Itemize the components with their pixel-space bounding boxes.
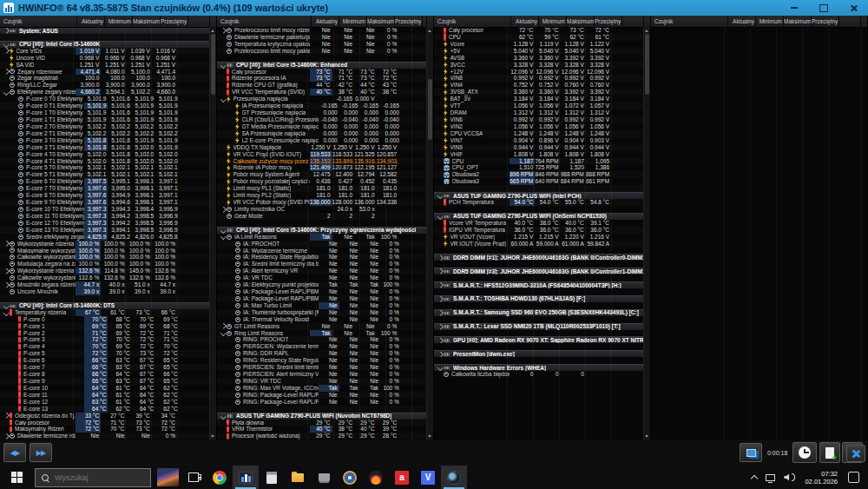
expand-icon[interactable] (3, 413, 10, 418)
sensor-row[interactable]: E-core 10 T0 Efektywny ...3,997.3 ...3,9… (0, 206, 210, 213)
scroll-up-arrow[interactable] (645, 30, 648, 32)
sensor-row[interactable]: Pobór mocy System Agent12.475 W12.400 W1… (217, 171, 427, 178)
sensor-row[interactable]: Cały procesor72 °C70 °C73 °C72 °C (434, 27, 644, 34)
expand-icon[interactable] (3, 241, 10, 246)
sensor-row[interactable]: PIERŚCIEŃ: Średni limit termiczny...NieN… (217, 364, 427, 371)
sensor-row[interactable]: E-core 1263 °C61 °C64 °C62 °C (0, 399, 210, 406)
sensor-row[interactable]: P-core 3 T0 Efektywny z...5,101.8 ...5,1… (0, 137, 210, 144)
sensor-row[interactable]: CPU VCCSA1.248 V1.248 V1.248 V1.248 V (434, 130, 644, 137)
sensor-row[interactable]: Obudowa3665 RPM640 RPM684 RPM661 RPM (434, 178, 644, 185)
sensor-row[interactable]: Vcore1.128 V1.119 V1.128 V1.122 V (434, 41, 644, 48)
expand-icon[interactable] (3, 49, 10, 53)
sensor-row[interactable]: P-core 2 T0 Efektywny z...5,102.2 ...5,1… (0, 123, 210, 130)
column-header-1[interactable]: Aktualny (511, 16, 539, 27)
sensor-row[interactable]: IA: Elektryczny punkt projektowy/...TakT… (217, 281, 427, 288)
column-header-sensor[interactable]: Czujnik (0, 16, 77, 27)
sensor-row[interactable]: PIERŚCIEŃ: Alert termiczny VRNieNieNie0 … (217, 371, 427, 378)
section-row[interactable]: Windows Hardware Errors (WHEA) (434, 364, 644, 371)
sensor-row[interactable]: RING: Max VR Voltage, ICCmax, PL4TakTakT… (217, 385, 427, 392)
expand-icon[interactable] (220, 29, 227, 33)
sensor-row[interactable]: Zegar magistrali100.0 MHz100.0 MHz100.0 … (0, 75, 210, 82)
section-row[interactable]: CPU [#0]: Intel Core i5-14600K: Przyczyn… (217, 227, 427, 234)
column-header-4[interactable]: Przeciętny (395, 16, 423, 27)
sensor-row[interactable]: IA: Alert termiczny VRNieNieNie0 % (217, 268, 427, 274)
sensor-row[interactable]: VIN70.904 V0.896 V0.904 V0.903 V (434, 137, 644, 144)
sensor-row[interactable]: CLR (Cbo/LLC/Ring) Przesunięcie ...-0.04… (217, 116, 427, 123)
sensor-row[interactable]: Temperatura krytyczna opakowania/p...Nie… (217, 41, 427, 48)
expand-icon[interactable] (437, 339, 444, 343)
sensor-row[interactable]: Modulacja zegara na żądanie100.0 %100.0 … (0, 261, 210, 268)
sensor-row[interactable]: Limity mnożnika OC24.0 x53.0 x (217, 206, 427, 213)
sensor-row[interactable]: P-core 1 T0 Efektywny z...5,101.9 ...5,1… (0, 109, 210, 116)
sensor-row[interactable]: P-core 372 °C70 °C72 °C71 °C (0, 336, 210, 343)
expand-icon[interactable] (437, 256, 444, 261)
sensor-row[interactable]: Całkowita liczba błędów000 (434, 371, 644, 378)
volume-tray-button[interactable] (779, 466, 799, 489)
expand-icon[interactable] (437, 283, 444, 287)
section-row[interactable]: ASUS TUF GAMING Z790-PLUS WIFI (OnSemi N… (434, 213, 644, 220)
taskbar-icon-browser-app[interactable] (363, 466, 389, 489)
expand-icon[interactable] (3, 269, 10, 274)
column-header-3[interactable]: Maksimum (367, 16, 395, 27)
section-row[interactable]: S.M.A.R.T.: HFS512G39MND-3310A (FS648540… (434, 281, 644, 288)
section-row[interactable]: CPU [#0]: Intel Core i5-14600K: DTS (0, 302, 210, 309)
expand-icon[interactable] (220, 324, 227, 328)
section-row[interactable]: ASUS TUF GAMING Z790-PLUS WIFI (Intel PC… (434, 192, 644, 199)
taskbar-icon-system-utility[interactable] (311, 466, 337, 489)
section-row[interactable]: DDR5 DIMM [#3]: JUHOR JHE6000U46163G (BA… (434, 268, 644, 274)
close-sensors-button[interactable] (846, 445, 865, 462)
sensor-row[interactable]: CPU1,187 RPM764 RPM1,187 RPM1,095 RPM (434, 158, 644, 165)
column-header-1[interactable]: Aktualny (312, 16, 339, 27)
panel-scrollbar[interactable] (426, 27, 433, 440)
taskbar-icon-red-a-app[interactable]: a (389, 466, 415, 489)
sensor-row[interactable]: SA Przesunięcie napięcia0.000 V0.000 V0.… (217, 130, 427, 137)
sensor-row[interactable]: VDDQ TX Napięcie1.250 V1.250 V1.250 V1.2… (217, 144, 427, 151)
sensor-row[interactable]: VRM Thermistor40 °C38 °C40 °C39 °C (217, 426, 427, 433)
sensor-row[interactable]: IGPU VR Temperatura36.0 °C36.0 °C36.0 °C… (434, 227, 644, 234)
expand-icon[interactable] (437, 269, 444, 274)
expand-icon[interactable] (3, 69, 10, 74)
sensor-row[interactable]: IA: Średni limit termiczny dla bieg...Ni… (217, 261, 427, 268)
column-header-2[interactable]: Minimum (105, 16, 133, 27)
sensor-row[interactable]: Przesunięcia napięcia-0.165 V0.000 V (217, 96, 427, 102)
sensor-row[interactable]: 3VSB_ATX3.360 V3.360 V3.392 V3.392 V (434, 89, 644, 96)
sensor-row[interactable]: PCH Temperatura54.0 °C54.0 °C55.0 °C54.8… (434, 199, 644, 206)
section-row[interactable]: CPU [#0]: Intel Core i5-14600K: Enhanced (217, 62, 427, 69)
column-header-1[interactable]: Aktualny (77, 16, 105, 27)
sensor-row[interactable]: Pobór mocy pozostałej części chipa0.438 … (217, 178, 427, 185)
sensor-row[interactable]: 3VCC3.328 V3.328 V3.328 V3.328 V (434, 62, 644, 69)
sensor-row[interactable]: GT Media Przesunięcie napięcia0.000 V0.0… (217, 123, 427, 130)
section-row[interactable]: System: ASUS (0, 27, 210, 34)
column-header-2[interactable]: Minimum (339, 16, 367, 27)
sensor-row[interactable]: GT Limit ReasonsNieNieNie0 % (217, 323, 427, 330)
sensor-row[interactable]: E-core 7 T0 Efektywny z...3,997.6 ...3,9… (0, 185, 210, 192)
sensor-row[interactable]: Przekroczono limit mocy rdzeniaNieNieNie… (217, 27, 427, 34)
sensor-row[interactable]: Przekroczono limit mocy pakietu/pierś...… (217, 48, 427, 55)
sensor-row[interactable]: CPU62 °C59 °C62 °C61 °C (434, 34, 644, 41)
sensor-row[interactable]: IA Przesunięcie napięcia-0.165 V-0.165 V… (217, 102, 427, 109)
sensor-row[interactable]: Vcore VR Temperatura40.0 °C38.0 °C40.0 °… (434, 220, 644, 227)
sensor-row[interactable]: Mnożniki zegara rdzenia44.7 x40.0 x51.0 … (0, 281, 210, 288)
expand-icon[interactable] (220, 235, 227, 239)
report-add-button[interactable] (819, 442, 840, 463)
sensor-row[interactable]: E-core 12 T0 Efektywny ...3,997.3 ...3,9… (0, 220, 210, 227)
taskbar-icon-task-view[interactable] (181, 466, 207, 489)
sensor-row[interactable]: P-core 169 °C65 °C69 °C68 °C (0, 323, 210, 330)
expand-icon[interactable] (437, 215, 444, 219)
sensor-row[interactable]: IA: VR TDCNieNieNie0 % (217, 274, 427, 281)
taskbar-search[interactable] (35, 468, 151, 487)
sensor-row[interactable]: E-core 866 °C64 °C67 °C66 °C (0, 371, 210, 378)
section-row[interactable]: S.M.A.R.T.: TOSHIBA HDWD130 (67HLH3JAS) … (434, 295, 644, 302)
sensor-row[interactable]: Całkowite zużycie mocy przez pr...135.15… (217, 158, 427, 165)
sensor-row[interactable]: IA: Wydarzenie termiczneNieNieNie0 % (217, 248, 427, 254)
sensor-row[interactable]: Całkowite wykorzystanie pro...132.6 %132… (0, 274, 210, 281)
sensor-row[interactable]: Uncore VID0.968 V0.966 V0.968 V0.968 V (0, 55, 210, 62)
sensor-row[interactable]: Rdzenie CPU GT (grafika)44 °C42 °C44 °C4… (217, 82, 427, 89)
expand-icon[interactable] (220, 414, 227, 419)
sensor-row[interactable]: Limit mocy PL2 (Static)181.0 W181.0 W181… (217, 192, 427, 199)
sensor-row[interactable]: SA VID1.251 V1.251 V1.251 V1.251 V (0, 62, 210, 69)
sensor-row[interactable]: PIERŚCIEŃ: Wydarzenie termiczneNieNieNie… (217, 343, 427, 350)
sensor-row[interactable]: RING: Package-Level RAPL/PBM PL1NieNieNi… (217, 392, 427, 399)
sensor-row[interactable]: Dławienie termiczne pakietu/pierścieniaN… (217, 34, 427, 41)
swap-windows-button[interactable]: ◀▶ (3, 443, 26, 462)
